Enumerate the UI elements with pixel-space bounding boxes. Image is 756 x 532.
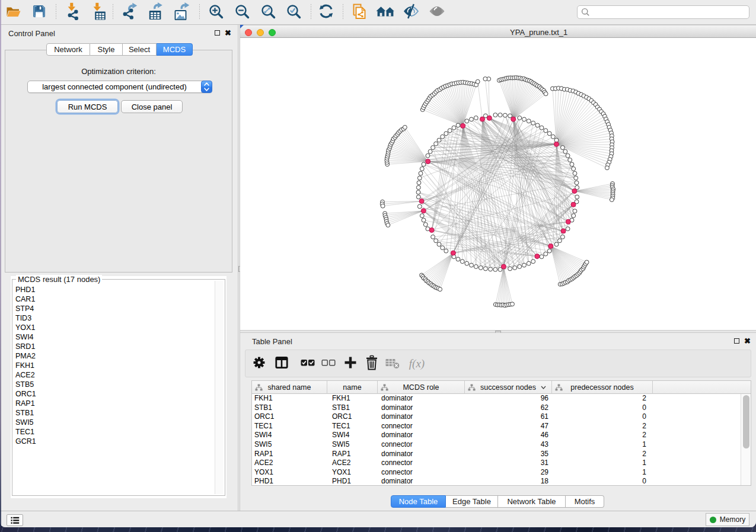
save-session-button[interactable] xyxy=(31,4,47,21)
zoom-selected-button[interactable] xyxy=(285,4,302,21)
mcds-result-item[interactable]: RAP1 xyxy=(14,399,215,408)
memory-button[interactable]: Memory xyxy=(706,513,749,526)
zoom-fit-button[interactable] xyxy=(260,4,276,21)
toolbar-separator xyxy=(56,4,56,20)
table-panel-close-button[interactable]: ✖ xyxy=(744,338,751,344)
table-row[interactable]: ORC1ORC1dominator610 xyxy=(252,412,741,422)
tab-style[interactable]: Style xyxy=(90,43,123,56)
mcds-result-item[interactable]: SWI5 xyxy=(14,418,215,427)
add-column-button[interactable] xyxy=(343,356,358,371)
delete-column-button[interactable] xyxy=(364,356,379,371)
tab-network-table[interactable]: Network Table xyxy=(498,495,566,508)
column-header-name[interactable]: name xyxy=(327,381,378,394)
table-cell: 0 xyxy=(552,412,653,422)
mcds-result-item[interactable]: FKH1 xyxy=(14,361,215,370)
zoom-out-button[interactable] xyxy=(234,4,250,21)
table-panel-float-button[interactable] xyxy=(734,338,739,344)
table-cell: dominator xyxy=(378,412,465,422)
table-cell: TEC1 xyxy=(252,422,327,431)
column-header-successor-nodes[interactable]: successor nodes xyxy=(465,381,552,394)
deselect-all-button[interactable] xyxy=(321,356,336,371)
table-row[interactable]: ACE2ACE2connector311 xyxy=(252,459,741,468)
table-row[interactable]: SWI5SWI5connector431 xyxy=(252,440,741,450)
mcds-result-item[interactable]: SRD1 xyxy=(14,342,215,351)
apply-layout-button[interactable] xyxy=(318,4,334,21)
column-header-predecessor-nodes[interactable]: predecessor nodes xyxy=(552,381,653,394)
show-selected-button[interactable] xyxy=(429,4,445,21)
export-image-button[interactable] xyxy=(173,4,190,21)
table-cell: 18 xyxy=(465,477,552,485)
zoom-in-button[interactable] xyxy=(208,4,224,21)
task-history-button[interactable] xyxy=(7,514,23,526)
mcds-result-item[interactable]: ACE2 xyxy=(14,370,215,380)
search-input[interactable] xyxy=(590,7,749,18)
mcds-result-groupbox: MCDS result (17 nodes) PHD1CAR1STP4TID3Y… xyxy=(12,279,225,496)
gear-button[interactable] xyxy=(251,356,267,371)
select-all-button[interactable] xyxy=(300,356,315,371)
mcds-result-item[interactable]: GCR1 xyxy=(14,437,215,446)
minimize-traffic-light[interactable] xyxy=(257,29,264,36)
delete-table-button[interactable] xyxy=(385,356,400,371)
list-icon xyxy=(11,517,20,524)
table-row[interactable]: YOX1YOX1connector291 xyxy=(252,468,741,477)
maximize-traffic-light[interactable] xyxy=(269,29,276,36)
table-row[interactable]: PHD1PHD1dominator180 xyxy=(252,477,741,485)
tab-motifs[interactable]: Motifs xyxy=(566,495,604,508)
table-row[interactable]: FKH1FKH1dominator962 xyxy=(252,394,741,403)
search-box[interactable] xyxy=(577,5,749,19)
mcds-result-item[interactable]: STB5 xyxy=(14,380,215,389)
mcds-result-title: MCDS result (17 nodes) xyxy=(16,275,102,284)
function-builder-button[interactable]: f(x) xyxy=(407,356,427,371)
run-mcds-button[interactable]: Run MCDS xyxy=(57,100,118,113)
wallpaper-sliver xyxy=(0,0,1,527)
columns-button[interactable] xyxy=(274,356,289,371)
network-canvas[interactable] xyxy=(240,38,756,330)
criterion-dropdown[interactable]: largest connected component (undirected) xyxy=(27,81,212,93)
close-panel-button[interactable]: Close panel xyxy=(121,100,183,113)
tab-edge-table[interactable]: Edge Table xyxy=(446,495,498,508)
zoom-out-icon xyxy=(234,4,250,22)
mcds-result-scrollbar[interactable] xyxy=(215,281,224,494)
delete-column-icon xyxy=(365,355,379,373)
open-session-button[interactable] xyxy=(5,4,21,21)
mcds-result-item[interactable]: PHD1 xyxy=(14,285,215,294)
mcds-result-item[interactable]: SWI4 xyxy=(14,332,215,342)
table-row[interactable]: RAP1RAP1dominator352 xyxy=(252,450,741,459)
column-header-shared-name[interactable]: shared name xyxy=(252,381,327,394)
close-traffic-light[interactable] xyxy=(245,29,252,36)
table-cell: dominator xyxy=(378,477,465,485)
scrollbar-thumb[interactable] xyxy=(743,395,749,448)
table-cell: FKH1 xyxy=(252,394,327,403)
show-all-networks-button[interactable] xyxy=(377,4,394,21)
mcds-result-list[interactable]: PHD1CAR1STP4TID3YOX1SWI4SRD1PMA2FKH1ACE2… xyxy=(14,285,215,494)
mcds-result-item[interactable]: CAR1 xyxy=(14,294,215,304)
table-cell: dominator xyxy=(378,394,465,403)
control-panel-close-button[interactable]: ✖ xyxy=(225,30,231,36)
mcds-result-item[interactable]: TEC1 xyxy=(14,427,215,437)
hierarchy-icon xyxy=(555,384,563,391)
mcds-result-item[interactable]: STB1 xyxy=(14,408,215,418)
table-row[interactable]: TEC1TEC1connector472 xyxy=(252,422,741,431)
tab-mcds[interactable]: MCDS xyxy=(157,43,193,56)
control-panel-float-button[interactable] xyxy=(215,30,220,36)
table-row[interactable]: SWI4SWI4dominator462 xyxy=(252,431,741,440)
hide-selected-button[interactable] xyxy=(403,4,419,21)
export-network-button[interactable] xyxy=(121,4,138,21)
clone-network-button[interactable] xyxy=(351,4,368,21)
table-cell: 62 xyxy=(465,403,552,413)
control-panel-tabs: NetworkStyleSelectMCDS xyxy=(46,43,193,56)
mcds-result-item[interactable]: PMA2 xyxy=(14,351,215,361)
tab-select[interactable]: Select xyxy=(123,43,157,56)
import-network-button[interactable] xyxy=(64,4,81,21)
tab-node-table[interactable]: Node Table xyxy=(391,495,446,508)
mcds-result-item[interactable]: ORC1 xyxy=(14,389,215,399)
export-table-button[interactable] xyxy=(147,4,164,21)
tab-network[interactable]: Network xyxy=(46,43,90,56)
node-table-scrollbar[interactable] xyxy=(741,394,751,485)
mcds-result-item[interactable]: TID3 xyxy=(14,313,215,323)
import-table-button[interactable] xyxy=(90,4,107,21)
mcds-result-item[interactable]: YOX1 xyxy=(14,323,215,332)
column-header-MCDS-role[interactable]: MCDS role xyxy=(378,381,465,394)
mcds-result-item[interactable]: STP4 xyxy=(14,304,215,313)
table-row[interactable]: STB1STB1dominator620 xyxy=(252,403,741,413)
